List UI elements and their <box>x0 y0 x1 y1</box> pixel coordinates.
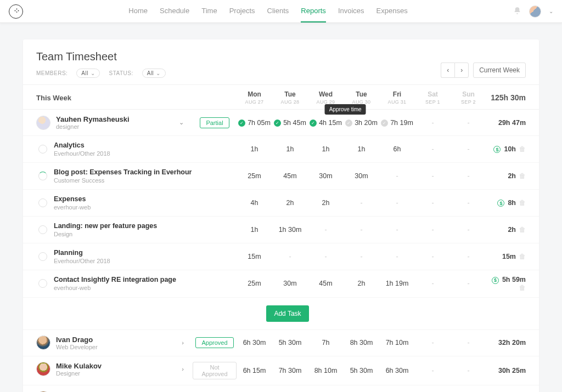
current-week-button[interactable]: Current Week <box>473 63 526 78</box>
avatar <box>36 362 50 376</box>
nav-invoices[interactable]: Invoices <box>338 0 364 22</box>
topbar: HomeScheduleTimeProjectsClientsReportsIn… <box>0 0 562 23</box>
trash-icon[interactable]: 🗑 <box>519 172 526 180</box>
this-week-header: This Week <box>23 85 193 110</box>
day-header: SatSEP 1 <box>415 85 451 110</box>
member-role: Web Developer <box>56 344 98 350</box>
task-row: Expenseseverhour-web 4h2h2h---- $8h🗑 <box>23 190 539 217</box>
nav-expenses[interactable]: Expenses <box>376 0 408 22</box>
status-badge: Approved <box>195 337 233 348</box>
member-name: Ivan Drago <box>56 336 98 344</box>
task-project: Everhour/Other 2018 <box>54 258 110 264</box>
money-icon: $ <box>492 277 499 284</box>
day-header: SunSEP 2 <box>451 85 486 110</box>
member-name: Yauhen Rymasheuski <box>56 115 130 123</box>
check-icon: ✓ <box>274 120 281 127</box>
trash-icon[interactable]: 🗑 <box>519 226 526 234</box>
approve-tooltip: Approve time <box>325 104 366 115</box>
row-total: 29h 47m <box>486 110 539 136</box>
task-name[interactable]: Expenses <box>54 195 91 203</box>
check-icon: ✓ <box>238 120 245 127</box>
avatar <box>36 336 50 350</box>
nav-time[interactable]: Time <box>201 0 217 22</box>
row-total: $10h🗑 <box>486 136 539 163</box>
task-status-icon[interactable] <box>38 172 47 180</box>
task-status-icon[interactable] <box>38 225 47 234</box>
money-icon: $ <box>493 146 501 153</box>
next-week-button[interactable]: › <box>454 63 469 78</box>
nav-clients[interactable]: Clients <box>267 0 289 22</box>
week-nav: ‹ › <box>441 63 469 78</box>
chevron-down-icon[interactable]: ⌄ <box>549 8 553 14</box>
user-avatar[interactable] <box>529 5 541 18</box>
task-row: Contact Insightly RE integration pageeve… <box>23 270 539 298</box>
expand-icon[interactable]: › <box>177 339 188 346</box>
trash-icon[interactable]: 🗑 <box>519 253 526 260</box>
member-row: Mike KulakovDesigner › Not Approved 6h 1… <box>23 356 539 385</box>
app-logo[interactable] <box>9 4 23 19</box>
member-row: Katherine StanleyQA › Rejected 8h 15m6h … <box>23 385 539 392</box>
nav-schedule[interactable]: Schedule <box>160 0 189 22</box>
members-filter[interactable]: All ⌄ <box>76 69 100 78</box>
check-icon: ✓ <box>345 120 352 127</box>
task-row: Landing: new per feature pagesDesign 1h1… <box>23 217 539 243</box>
member-role: designer <box>56 123 130 130</box>
task-row: AnalyticsEverhour/Other 2018 1h1h1h1h6h-… <box>23 136 539 163</box>
trash-icon[interactable]: 🗑 <box>519 199 526 207</box>
row-total: 30h 25m <box>486 356 539 385</box>
nav-reports[interactable]: Reports <box>301 0 326 22</box>
status-badge: Not Approved <box>193 362 237 379</box>
member-row: Yauhen Rymasheuskidesigner ⌄ Partial ✓7h… <box>23 110 539 136</box>
row-total: 2h🗑 <box>486 217 539 243</box>
task-name[interactable]: Blog post: Expenses Tracking in Everhour <box>54 168 192 176</box>
nav-projects[interactable]: Projects <box>229 0 255 22</box>
expand-icon[interactable]: › <box>177 366 188 372</box>
avatar <box>36 116 50 130</box>
row-total: 34h 10m <box>486 385 539 392</box>
task-status-icon[interactable] <box>38 145 47 154</box>
add-task-button[interactable]: Add Task <box>266 305 308 322</box>
task-row: Blog post: Expenses Tracking in Everhour… <box>23 163 539 190</box>
task-project: Design <box>54 231 157 237</box>
task-project: everhour-web <box>54 285 176 291</box>
notifications-icon[interactable] <box>513 7 521 16</box>
prev-week-button[interactable]: ‹ <box>441 63 454 78</box>
member-row: Ivan DragoWeb Developer › Approved 6h 30… <box>23 329 539 356</box>
members-filter-label: MEMBERS: <box>36 70 68 76</box>
page-title: Team Timesheet <box>36 50 166 63</box>
member-name: Mike Kulakov <box>56 362 102 370</box>
trash-icon[interactable]: 🗑 <box>519 284 526 292</box>
check-icon: ✓ <box>381 120 388 127</box>
task-status-icon[interactable] <box>38 252 47 261</box>
day-header: FriAUG 31 <box>379 85 415 110</box>
trash-icon[interactable]: 🗑 <box>519 145 526 153</box>
day-header: MonAUG 27 <box>237 85 272 110</box>
status-filter-label: STATUS: <box>109 70 133 76</box>
status-filter[interactable]: All ⌄ <box>142 69 166 78</box>
grand-total: 125h 30m <box>486 85 539 110</box>
check-icon: ✓ <box>310 120 317 127</box>
day-header: TueAUG 28 <box>272 85 308 110</box>
timesheet-table: This WeekMonAUG 27TueAUG 28WedAUG 29TueA… <box>23 84 539 392</box>
row-total: $8h🗑 <box>486 190 539 217</box>
task-project: Everhour/Other 2018 <box>54 150 110 157</box>
row-total: $5h 59m🗑 <box>486 270 539 298</box>
money-icon: $ <box>497 200 504 207</box>
task-project: Customer Success <box>54 177 192 184</box>
task-name[interactable]: Contact Insightly RE integration page <box>54 276 176 283</box>
row-total: 15m🗑 <box>486 243 539 270</box>
row-total: 2h🗑 <box>486 163 539 190</box>
task-row: PlanningEverhour/Other 2018 15m------ 15… <box>23 243 539 270</box>
task-name[interactable]: Analytics <box>54 141 110 149</box>
task-status-icon[interactable] <box>38 198 47 207</box>
task-status-icon[interactable] <box>38 279 47 288</box>
status-badge: Partial <box>200 117 229 128</box>
member-role: Designer <box>56 370 102 377</box>
task-name[interactable]: Planning <box>54 249 110 257</box>
nav-home[interactable]: Home <box>128 0 148 22</box>
main-nav: HomeScheduleTimeProjectsClientsReportsIn… <box>23 0 513 22</box>
task-project: everhour-web <box>54 204 91 211</box>
collapse-icon[interactable]: ⌄ <box>175 119 188 126</box>
task-name[interactable]: Landing: new per feature pages <box>54 222 157 230</box>
timesheet-card: Team Timesheet MEMBERS: All ⌄ STATUS: Al… <box>23 39 539 392</box>
